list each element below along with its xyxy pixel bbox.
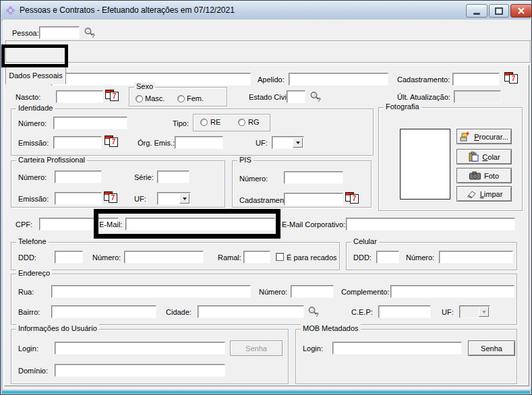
- identidade-group-label: Identidade: [16, 104, 55, 112]
- usuario-login-input[interactable]: [55, 342, 225, 355]
- carteira-uf-combo[interactable]: [157, 192, 191, 205]
- recados-checkbox[interactable]: [276, 253, 284, 261]
- paste-icon: [468, 152, 479, 162]
- telefone-ddd-label: DDD:: [18, 253, 36, 262]
- maximize-button[interactable]: [489, 4, 509, 18]
- svg-text:?: ?: [318, 96, 321, 102]
- combo-arrow-icon[interactable]: [293, 138, 303, 148]
- apelido-label: Apelido:: [258, 75, 285, 84]
- eraser-icon: [466, 190, 477, 198]
- minimize-icon: [473, 13, 480, 15]
- photo-placeholder: [400, 129, 450, 200]
- camera-icon: [469, 171, 481, 180]
- sexo-masc-label: Masc.: [145, 94, 165, 102]
- apelido-input[interactable]: [289, 73, 388, 86]
- usuario-group-label: Informações do Usuário: [16, 324, 99, 332]
- sexo-masc-radio[interactable]: [136, 95, 143, 102]
- celular-ddd-input[interactable]: [376, 251, 399, 264]
- title-bar: Pessoas e Contratos - Efetuando alteraçõ…: [1, 1, 531, 20]
- window-title: Pessoas e Contratos - Efetuando alteraçõ…: [20, 5, 235, 15]
- tab-dados-pessoais[interactable]: Dados Pessoais: [5, 66, 66, 84]
- email-input[interactable]: [125, 218, 275, 231]
- close-icon: [518, 7, 525, 14]
- identidade-numero-input[interactable]: [53, 117, 127, 129]
- tipo-rg-label: RG: [248, 118, 260, 126]
- org-emis-label: Órg. Emis.:: [138, 139, 175, 147]
- find-icon: [460, 131, 471, 142]
- foto-button[interactable]: Foto: [456, 168, 512, 183]
- carteira-numero-input[interactable]: [55, 171, 102, 183]
- identidade-emissao-input[interactable]: [53, 136, 102, 149]
- identidade-emissao-label: Emissão:: [18, 139, 49, 147]
- telefone-ddd-input[interactable]: [55, 251, 83, 264]
- telefone-numero-label: Número:: [92, 253, 121, 262]
- email-label: E-Mail:: [99, 220, 122, 229]
- procurar-label: Procurar...: [474, 133, 508, 141]
- cadastramento-input[interactable]: [452, 73, 500, 86]
- endereco-uf-label: UF:: [442, 308, 454, 316]
- tipo-rg-radio[interactable]: [238, 119, 245, 126]
- dominio-input[interactable]: [55, 364, 225, 377]
- limpar-button[interactable]: Limpar: [456, 186, 512, 202]
- rua-input[interactable]: [51, 285, 251, 298]
- recados-label: É para recados: [287, 253, 337, 262]
- serie-input[interactable]: [157, 171, 189, 183]
- combo-arrow-icon: [479, 307, 489, 317]
- email-corporativo-input[interactable]: [346, 218, 515, 231]
- app-icon: [5, 5, 16, 16]
- procurar-button[interactable]: Procurar...: [456, 129, 512, 144]
- mob-login-input[interactable]: [332, 342, 462, 355]
- close-button[interactable]: [510, 4, 532, 18]
- cadastramento-calendar-icon[interactable]: [504, 72, 519, 84]
- pessoa-search-icon[interactable]: ?: [84, 27, 95, 38]
- tipo-re-radio[interactable]: [200, 119, 208, 126]
- svg-text:?: ?: [316, 311, 319, 317]
- pessoa-label: Pessoa:: [12, 29, 39, 37]
- cidade-input[interactable]: [198, 305, 304, 318]
- ult-atualizacao-label: Últ. Atualização:: [397, 93, 450, 101]
- telefone-numero-input[interactable]: [124, 251, 204, 264]
- colar-label: Colar: [482, 153, 500, 161]
- cpf-label: CPF:: [16, 220, 32, 229]
- pis-numero-input[interactable]: [284, 171, 343, 184]
- colar-button[interactable]: Colar: [456, 149, 512, 164]
- complemento-input[interactable]: [390, 285, 514, 298]
- endereco-numero-label: Número:: [259, 288, 287, 296]
- carteira-emissao-input[interactable]: [55, 192, 102, 205]
- application-window: Pessoas e Contratos - Efetuando alteraçõ…: [0, 0, 532, 395]
- estado-civil-input[interactable]: [287, 90, 305, 103]
- org-emis-input[interactable]: [175, 136, 223, 149]
- celular-numero-label: Número:: [406, 253, 434, 262]
- cadastramento-label: Cadastramento:: [397, 75, 450, 84]
- pis-group-label: PIS: [237, 156, 254, 164]
- carteira-emissao-calendar-icon[interactable]: [104, 191, 118, 203]
- identidade-emissao-calendar-icon[interactable]: [105, 135, 119, 147]
- identidade-uf-combo[interactable]: [272, 136, 304, 149]
- foto-label: Foto: [484, 172, 499, 180]
- usuario-senha-button: Senha: [230, 340, 283, 356]
- bairro-input[interactable]: [51, 305, 156, 318]
- sexo-fem-radio[interactable]: [177, 95, 185, 102]
- pis-cadastramento-input[interactable]: [284, 193, 343, 206]
- tipo-label: Tipo:: [173, 119, 189, 127]
- ramal-input[interactable]: [243, 251, 270, 264]
- dialog-client-area: Pessoa: ? Dados Pessoais Dados Contratua…: [3, 20, 531, 390]
- identidade-numero-label: Número:: [18, 119, 47, 127]
- svg-text:?: ?: [92, 32, 95, 38]
- mob-senha-button[interactable]: Senha: [468, 340, 515, 356]
- cidade-search-icon[interactable]: ?: [307, 306, 319, 317]
- nascto-label: Nascto:: [16, 93, 40, 101]
- nascto-input[interactable]: [56, 90, 103, 103]
- nascto-calendar-icon[interactable]: [105, 90, 119, 101]
- cep-input[interactable]: [378, 305, 431, 318]
- pis-cadastramento-calendar-icon[interactable]: [345, 192, 359, 204]
- window-bottom-accent: [2, 391, 530, 394]
- endereco-numero-input[interactable]: [291, 285, 334, 298]
- combo-arrow-icon[interactable]: [179, 193, 189, 204]
- celular-group-label: Celular: [351, 237, 379, 245]
- minimize-button[interactable]: [466, 4, 487, 18]
- celular-numero-input[interactable]: [439, 251, 513, 264]
- celular-ddd-label: DDD:: [353, 253, 372, 262]
- estado-civil-search-icon[interactable]: ?: [309, 91, 321, 102]
- pessoa-input[interactable]: [39, 26, 80, 39]
